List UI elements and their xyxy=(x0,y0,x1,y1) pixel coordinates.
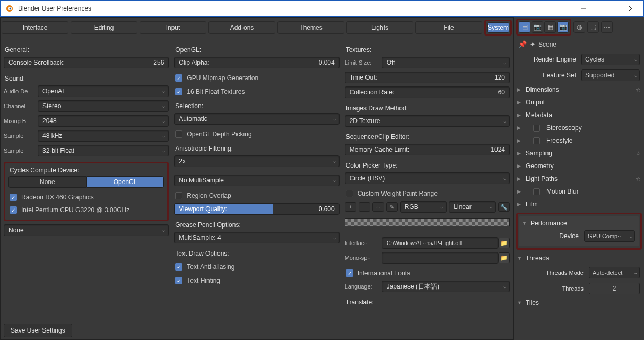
aniso-select[interactable]: 2x⌵ xyxy=(174,155,339,167)
float-textures-checkbox[interactable]: ✓ xyxy=(175,88,182,95)
stereoscopy-checkbox[interactable] xyxy=(533,125,540,132)
remove-icon[interactable]: − xyxy=(359,202,370,212)
panel-metadata[interactable]: ▶Metadata xyxy=(514,109,644,121)
swap-icon[interactable]: ↔ xyxy=(372,202,384,212)
context-render-icon[interactable]: 📷 xyxy=(532,21,543,33)
grease-heading: Grease Pencil Options: xyxy=(174,218,339,231)
window-title: Blender User Preferences xyxy=(18,5,91,12)
save-user-settings-button[interactable]: Save User Settings xyxy=(4,324,72,337)
interp-select[interactable]: Linear⌵ xyxy=(449,201,496,213)
panel-freestyle[interactable]: ▶Freestyle xyxy=(514,134,644,147)
context-scene-icon[interactable]: 📷 xyxy=(557,21,569,33)
text-aa-checkbox[interactable]: ✓ xyxy=(175,263,182,271)
compute-none-button[interactable]: None xyxy=(8,176,86,188)
panel-stereoscopy[interactable]: ▶Stereoscopy xyxy=(514,121,644,134)
collection-rate-field[interactable]: Collection Rate:60 xyxy=(345,86,510,98)
freestyle-checkbox[interactable] xyxy=(533,137,540,144)
depth-picking-checkbox[interactable] xyxy=(175,130,182,138)
timeout-field[interactable]: Time Out:120 xyxy=(345,72,510,83)
threads-count-field[interactable]: 2 xyxy=(589,283,640,294)
tab-themes[interactable]: Themes xyxy=(277,21,344,34)
tab-lights[interactable]: Lights xyxy=(346,21,413,34)
tab-file[interactable]: File xyxy=(415,21,482,34)
close-button[interactable] xyxy=(619,1,643,16)
translate-heading: Translate: xyxy=(345,295,510,308)
panel-output[interactable]: ▶Output xyxy=(514,96,644,109)
device-select[interactable]: GPU Comp··⌵ xyxy=(584,230,635,242)
panel-dimensions[interactable]: ▶Dimensions☆ xyxy=(514,83,644,96)
interface-font-field[interactable]: C:\Windows\F··nsJP-Light.otf xyxy=(382,237,498,249)
aniso-heading: Anisotropic Filtering: xyxy=(174,142,339,154)
browse-interface-font-icon[interactable]: 📁 xyxy=(498,238,510,248)
compute-opencl-button[interactable]: OpenCL xyxy=(86,176,164,188)
tab-interface[interactable]: Interface xyxy=(2,21,68,34)
opengl-heading: OpenGL: xyxy=(174,43,339,56)
panel-film[interactable]: ▶Film xyxy=(514,198,644,211)
images-draw-select[interactable]: 2D Texture⌵ xyxy=(345,115,510,127)
memory-cache-field[interactable]: Memory Cache Limit:1024 xyxy=(345,144,510,155)
text-hint-checkbox[interactable]: ✓ xyxy=(175,277,182,284)
threads-mode-select[interactable]: Auto-detect⌵ xyxy=(589,267,640,278)
wrench-icon[interactable]: 🔧 xyxy=(498,202,510,212)
browse-mono-font-icon[interactable]: 📁 xyxy=(498,252,510,263)
selection-mode-select[interactable]: Automatic⌵ xyxy=(174,113,339,125)
textures-heading: Textures: xyxy=(345,43,510,56)
mono-font-field[interactable] xyxy=(382,252,498,264)
panel-sampling[interactable]: ▶Sampling☆ xyxy=(514,147,644,160)
gpu-mipmap-checkbox[interactable]: ✓ xyxy=(175,74,182,82)
multisample-select[interactable]: No MultiSample⌵ xyxy=(174,175,339,186)
editor-type-icon[interactable]: ▤ xyxy=(519,21,530,33)
device-radeon-checkbox[interactable]: ✓ xyxy=(10,194,17,201)
eyedropper-icon[interactable]: ✎ xyxy=(386,202,398,212)
color-mode-select[interactable]: RGB⌵ xyxy=(400,201,447,213)
grease-multisample-select[interactable]: MultiSample: 4⌵ xyxy=(174,232,339,243)
sample-rate-select[interactable]: 48 kHz⌵ xyxy=(38,130,169,142)
context-layers-icon[interactable]: ▦ xyxy=(544,21,556,33)
add-icon[interactable]: + xyxy=(345,202,356,212)
clip-alpha-field[interactable]: Clip Alpha:0.004 xyxy=(174,57,339,68)
custom-weight-checkbox[interactable] xyxy=(346,190,353,197)
images-draw-heading: Images Draw Method: xyxy=(345,101,510,114)
minimize-button[interactable] xyxy=(571,1,595,16)
tab-editing[interactable]: Editing xyxy=(71,21,137,34)
feature-set-select[interactable]: Supported⌵ xyxy=(581,69,640,81)
pin-icon[interactable]: 📌 xyxy=(518,40,527,48)
audio-device-select[interactable]: OpenAL⌵ xyxy=(38,85,169,97)
svg-point-2 xyxy=(10,8,11,10)
panel-light-paths[interactable]: ▶Light Paths☆ xyxy=(514,172,644,185)
device-pentium-checkbox[interactable]: ✓ xyxy=(10,206,17,214)
console-scrollback-field[interactable]: Console Scrollback: 256 xyxy=(4,57,169,68)
context-more-icon[interactable]: ⋯ xyxy=(601,21,613,33)
context-object-icon[interactable]: ⬚ xyxy=(587,21,599,33)
tab-input[interactable]: Input xyxy=(140,21,206,34)
tab-addons[interactable]: Add-ons xyxy=(208,21,275,34)
viewport-quality-slider[interactable]: Viewport Quality: 0.600 xyxy=(174,203,339,215)
render-engine-select[interactable]: Cycles⌵ xyxy=(581,54,640,65)
panel-motion-blur[interactable]: ▶Motion Blur xyxy=(514,185,644,198)
scene-context-icon: ✦ xyxy=(530,41,535,48)
panel-performance[interactable]: ▼Performance xyxy=(521,219,637,228)
sample-format-select[interactable]: 32-bit Float⌵ xyxy=(38,145,169,156)
subpanel-tiles[interactable]: ▼Tiles xyxy=(514,297,644,309)
panel-geometry[interactable]: ▶Geometry xyxy=(514,160,644,172)
subpanel-threads[interactable]: ▼Threads xyxy=(514,252,644,265)
none-select[interactable]: None⌵ xyxy=(4,224,169,236)
scene-label: Scene xyxy=(538,41,556,48)
region-overlap-checkbox[interactable] xyxy=(175,192,182,199)
maximize-button[interactable] xyxy=(595,1,619,16)
sequencer-heading: Sequencer/Clip Editor: xyxy=(345,130,510,143)
context-world-icon[interactable]: ◍ xyxy=(573,21,585,33)
mixing-buffer-select[interactable]: 2048⌵ xyxy=(38,115,169,127)
svg-rect-4 xyxy=(605,6,610,11)
motion-blur-checkbox[interactable] xyxy=(533,188,540,195)
tab-system[interactable]: System xyxy=(487,22,509,33)
sound-heading: Sound: xyxy=(4,72,169,84)
color-picker-select[interactable]: Circle (HSV)⌵ xyxy=(345,172,510,184)
intl-fonts-checkbox[interactable]: ✓ xyxy=(346,269,353,277)
language-select[interactable]: Japanese (日本語)⌵ xyxy=(382,281,510,292)
preferences-tabs: Interface Editing Input Add-ons Themes L… xyxy=(1,18,513,38)
general-heading: General: xyxy=(4,43,169,56)
color-ramp[interactable] xyxy=(345,218,510,226)
limit-size-select[interactable]: Off⌵ xyxy=(382,57,510,68)
channel-select[interactable]: Stereo⌵ xyxy=(38,100,169,112)
